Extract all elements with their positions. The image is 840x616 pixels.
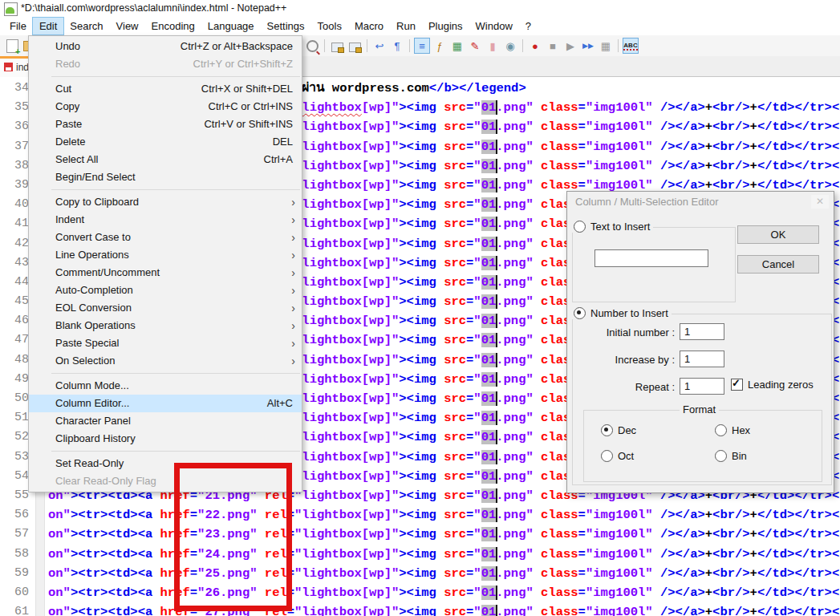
menu-item-on-selection[interactable]: On Selection›: [29, 352, 302, 370]
word-wrap-icon[interactable]: ↩: [371, 38, 388, 54]
menu-item-convert-case-to[interactable]: Convert Case to›: [29, 229, 302, 246]
code-segment: [534, 508, 541, 522]
menu-item-cut[interactable]: CutCtrl+X or Shift+DEL: [29, 80, 302, 98]
repeat-input[interactable]: [680, 378, 724, 395]
code-segment: <br/>: [712, 508, 750, 522]
code-line[interactable]: on"><tr><td><a href="26.png" rel="lightb…: [48, 583, 840, 602]
menubar-item-plugins[interactable]: Plugins: [422, 18, 469, 34]
code-segment: ": [473, 391, 481, 406]
code-segment: =: [466, 488, 473, 503]
dec-radio[interactable]: [601, 424, 613, 436]
code-segment: +: [705, 527, 712, 541]
save-macro-icon[interactable]: ▦: [598, 38, 614, 54]
document-map-icon[interactable]: ▦: [449, 38, 465, 54]
monitoring-icon[interactable]: ◉: [502, 38, 518, 54]
menu-item-indent[interactable]: Indent›: [29, 211, 302, 229]
menubar-item-[interactable]: ?: [519, 18, 538, 34]
code-segment: [wp]": [362, 140, 400, 154]
code-line[interactable]: on"><tr><td><a href="22.png" rel="lightb…: [48, 505, 840, 525]
code-segment: .png": [496, 353, 534, 367]
menu-item-paste[interactable]: PasteCtrl+V or Shift+INS: [29, 116, 302, 133]
line-number: 49: [0, 370, 29, 389]
start-recording-icon[interactable]: ●: [527, 38, 543, 54]
menubar-item-settings[interactable]: Settings: [261, 18, 311, 34]
menubar-item-window[interactable]: Window: [469, 18, 519, 34]
code-segment: src: [444, 333, 466, 347]
menu-item-line-operations[interactable]: Line Operations›: [29, 246, 302, 264]
new-file-icon[interactable]: [4, 38, 20, 54]
menu-item-paste-special[interactable]: Paste Special›: [29, 334, 302, 352]
increase-by-input[interactable]: [680, 351, 724, 367]
cancel-button[interactable]: Cancel: [737, 255, 819, 274]
code-line[interactable]: on"><tr><td><a href="23.png" rel="lightb…: [48, 525, 840, 544]
dialog-close-button[interactable]: ✕: [811, 195, 829, 209]
code-segment: [534, 372, 541, 387]
menu-item-auto-completion[interactable]: Auto-Completion›: [29, 282, 302, 299]
menubar-item-encoding[interactable]: Encoding: [145, 18, 201, 34]
code-segment: [wp]": [362, 100, 400, 115]
menu-item-blank-operations[interactable]: Blank Operations›: [29, 317, 302, 334]
leading-zeros-checkbox[interactable]: [731, 379, 743, 391]
zoom-icon[interactable]: [304, 38, 320, 54]
code-segment: lightbox: [302, 508, 361, 522]
code-segment: on": [48, 508, 71, 522]
oct-radio[interactable]: [601, 450, 613, 462]
line-number: 55: [0, 486, 29, 505]
submenu-arrow-icon: ›: [291, 299, 295, 317]
menu-item-delete[interactable]: DeleteDEL: [29, 133, 302, 151]
initial-number-input[interactable]: [680, 323, 724, 340]
playback-macro-icon[interactable]: ▶: [562, 38, 578, 54]
menu-item-begin-end-select[interactable]: Begin/End Select: [29, 168, 302, 186]
code-segment: [534, 430, 541, 444]
sync-vertical-scroll-icon[interactable]: [329, 38, 345, 54]
show-indent-guide-icon[interactable]: ≡: [414, 38, 430, 54]
code-segment: [wp]": [362, 391, 400, 406]
menu-item-select-all[interactable]: Select AllCtrl+A: [29, 151, 302, 168]
menu-item-comment-uncomment[interactable]: Comment/Uncomment›: [29, 264, 302, 282]
text-to-insert-radio[interactable]: [574, 221, 586, 233]
menu-item-copy[interactable]: CopyCtrl+C or Ctrl+INS: [29, 98, 302, 116]
menu-item-eol-conversion[interactable]: EOL Conversion›: [29, 299, 302, 317]
code-segment: +: [750, 140, 757, 154]
hex-radio[interactable]: [715, 424, 727, 436]
folder-as-workspace-icon[interactable]: ▮: [485, 38, 501, 54]
code-segment: lightbox: [302, 100, 361, 115]
menubar-item-macro[interactable]: Macro: [348, 18, 390, 34]
menu-item-clipboard-history[interactable]: Clipboard History: [29, 430, 302, 448]
run-macro-multiple-icon[interactable]: ▶▶: [580, 38, 596, 54]
bin-radio[interactable]: [715, 450, 727, 462]
code-segment: +: [705, 566, 712, 581]
code-segment: "img100l": [586, 605, 653, 616]
function-list-icon[interactable]: ƒ: [432, 38, 448, 54]
code-line[interactable]: on"><tr><td><a href="25.png" rel="lightb…: [48, 564, 840, 583]
spell-check-icon[interactable]: ABC: [623, 38, 639, 54]
show-all-characters-icon[interactable]: ¶: [389, 38, 405, 54]
menubar-item-run[interactable]: Run: [390, 18, 422, 34]
stop-recording-icon[interactable]: ■: [545, 38, 561, 54]
menu-item-copy-to-clipboard[interactable]: Copy to Clipboard›: [29, 193, 302, 211]
code-segment: <br/>: [712, 120, 750, 134]
app-icon: [4, 2, 18, 16]
code-line[interactable]: on"><tr><td><a href="27.png" rel="lightb…: [48, 602, 840, 616]
text-to-insert-input[interactable]: [594, 249, 708, 267]
menubar-item-search[interactable]: Search: [63, 18, 109, 34]
code-segment: ": [473, 178, 481, 192]
code-line[interactable]: on"><tr><td><a href="24.png" rel="lightb…: [48, 545, 840, 564]
number-to-insert-radio[interactable]: [574, 307, 586, 319]
code-segment: .png": [496, 217, 534, 231]
menu-item-character-panel[interactable]: Character Panel: [29, 412, 302, 430]
menubar-item-language[interactable]: Language: [201, 18, 261, 34]
menu-item-column-editor[interactable]: Column Editor...Alt+C: [29, 395, 302, 412]
menu-item-column-mode[interactable]: Column Mode...: [29, 377, 302, 395]
menubar-item-view[interactable]: View: [110, 18, 145, 34]
menu-item-undo[interactable]: UndoCtrl+Z or Alt+Backspace: [29, 38, 302, 55]
text-to-insert-caption: Text to Insert: [570, 221, 653, 233]
menubar-item-tools[interactable]: Tools: [311, 18, 348, 34]
menubar-item-file[interactable]: File: [3, 18, 33, 34]
menubar-item-edit[interactable]: Edit: [33, 18, 63, 34]
code-segment: +: [705, 547, 712, 561]
text-to-insert-label: Text to Insert: [590, 221, 650, 233]
document-list-icon[interactable]: ✎: [467, 38, 483, 54]
sync-horizontal-scroll-icon[interactable]: [347, 38, 363, 54]
ok-button[interactable]: OK: [737, 225, 819, 244]
